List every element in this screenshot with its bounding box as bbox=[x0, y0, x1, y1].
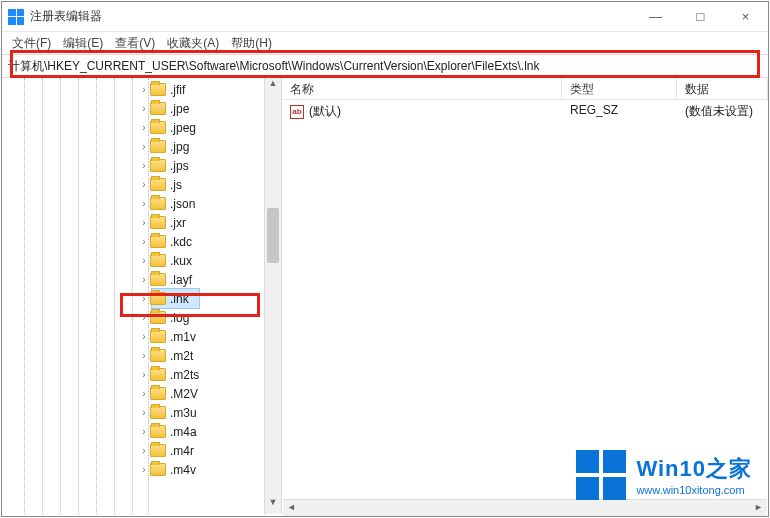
chevron-right-icon[interactable]: › bbox=[138, 293, 150, 304]
scroll-down-icon[interactable]: ▼ bbox=[265, 497, 281, 514]
titlebar: 注册表编辑器 — □ × bbox=[2, 2, 768, 32]
folder-icon bbox=[150, 178, 166, 191]
tree-item-label: .layf bbox=[170, 273, 192, 287]
chevron-right-icon[interactable]: › bbox=[138, 236, 150, 247]
folder-icon bbox=[150, 140, 166, 153]
tree-item-jpg[interactable]: ›.jpg bbox=[152, 137, 199, 156]
tree-item-label: .jpg bbox=[170, 140, 189, 154]
chevron-right-icon[interactable]: › bbox=[138, 350, 150, 361]
scroll-thumb[interactable] bbox=[267, 208, 279, 263]
tree-item-m2t[interactable]: ›.m2t bbox=[152, 346, 199, 365]
address-bar[interactable]: 计算机\HKEY_CURRENT_USER\Software\Microsoft… bbox=[2, 54, 768, 78]
folder-icon bbox=[150, 330, 166, 343]
value-row[interactable]: ab(默认)REG_SZ(数值未设置) bbox=[282, 100, 768, 123]
folder-icon bbox=[150, 425, 166, 438]
chevron-right-icon[interactable]: › bbox=[138, 84, 150, 95]
chevron-right-icon[interactable]: › bbox=[138, 160, 150, 171]
tree-item-m3u[interactable]: ›.m3u bbox=[152, 403, 199, 422]
tree-item-label: .m2t bbox=[170, 349, 193, 363]
minimize-button[interactable]: — bbox=[633, 2, 678, 31]
chevron-right-icon[interactable]: › bbox=[138, 312, 150, 323]
tree-item-jps[interactable]: ›.jps bbox=[152, 156, 199, 175]
list-h-scrollbar[interactable]: ◄ ► bbox=[283, 499, 767, 516]
tree-item-label: .json bbox=[170, 197, 195, 211]
folder-icon bbox=[150, 463, 166, 476]
windows-logo-icon bbox=[576, 450, 626, 500]
window-controls: — □ × bbox=[633, 2, 768, 31]
tree-item-label: .jps bbox=[170, 159, 189, 173]
tree-item-label: .kdc bbox=[170, 235, 192, 249]
list-rows: ab(默认)REG_SZ(数值未设置) bbox=[282, 100, 768, 123]
tree-item-jxr[interactable]: ›.jxr bbox=[152, 213, 199, 232]
chevron-right-icon[interactable]: › bbox=[138, 331, 150, 342]
window-title: 注册表编辑器 bbox=[30, 8, 633, 25]
tree-item-jfif[interactable]: ›.jfif bbox=[152, 80, 199, 99]
tree-item-lnk[interactable]: ›.lnk bbox=[152, 289, 199, 308]
tree-item-kdc[interactable]: ›.kdc bbox=[152, 232, 199, 251]
folder-icon bbox=[150, 349, 166, 362]
workspace: ›.jfif›.jpe›.jpeg›.jpg›.jps›.js›.json›.j… bbox=[2, 78, 768, 514]
chevron-right-icon[interactable]: › bbox=[138, 198, 150, 209]
chevron-right-icon[interactable]: › bbox=[138, 217, 150, 228]
chevron-right-icon[interactable]: › bbox=[138, 103, 150, 114]
chevron-right-icon[interactable]: › bbox=[138, 464, 150, 475]
menu-file[interactable]: 文件(F) bbox=[6, 35, 57, 52]
col-name[interactable]: 名称 bbox=[282, 78, 562, 99]
chevron-right-icon[interactable]: › bbox=[138, 122, 150, 133]
tree-item-layf[interactable]: ›.layf bbox=[152, 270, 199, 289]
value-name: (默认) bbox=[309, 103, 341, 120]
tree-item-kux[interactable]: ›.kux bbox=[152, 251, 199, 270]
menu-bar: 文件(F) 编辑(E) 查看(V) 收藏夹(A) 帮助(H) bbox=[2, 32, 768, 54]
registry-editor-icon bbox=[8, 9, 24, 25]
tree-list: ›.jfif›.jpe›.jpeg›.jpg›.jps›.js›.json›.j… bbox=[152, 80, 199, 479]
folder-icon bbox=[150, 216, 166, 229]
folder-icon bbox=[150, 197, 166, 210]
tree-item-m4a[interactable]: ›.m4a bbox=[152, 422, 199, 441]
tree-item-label: .m2ts bbox=[170, 368, 199, 382]
tree-item-M2V[interactable]: ›.M2V bbox=[152, 384, 199, 403]
tree-item-label: .jpeg bbox=[170, 121, 196, 135]
tree-item-label: .m4v bbox=[170, 463, 196, 477]
chevron-right-icon[interactable]: › bbox=[138, 255, 150, 266]
menu-edit[interactable]: 编辑(E) bbox=[57, 35, 109, 52]
folder-icon bbox=[150, 254, 166, 267]
tree-item-log[interactable]: ›.log bbox=[152, 308, 199, 327]
col-data[interactable]: 数据 bbox=[677, 78, 768, 99]
tree-item-m4r[interactable]: ›.m4r bbox=[152, 441, 199, 460]
tree-item-label: .m4a bbox=[170, 425, 197, 439]
watermark-title: Win10之家 bbox=[636, 454, 752, 484]
chevron-right-icon[interactable]: › bbox=[138, 445, 150, 456]
tree-item-label: .jfif bbox=[170, 83, 185, 97]
col-type[interactable]: 类型 bbox=[562, 78, 677, 99]
menu-view[interactable]: 查看(V) bbox=[109, 35, 161, 52]
tree-pane[interactable]: ›.jfif›.jpe›.jpeg›.jpg›.jps›.js›.json›.j… bbox=[2, 78, 282, 514]
tree-item-m4v[interactable]: ›.m4v bbox=[152, 460, 199, 479]
scroll-up-icon[interactable]: ▲ bbox=[265, 78, 281, 95]
tree-item-js[interactable]: ›.js bbox=[152, 175, 199, 194]
tree-item-jpe[interactable]: ›.jpe bbox=[152, 99, 199, 118]
chevron-right-icon[interactable]: › bbox=[138, 369, 150, 380]
column-headers: 名称 类型 数据 bbox=[282, 78, 768, 100]
tree-item-json[interactable]: ›.json bbox=[152, 194, 199, 213]
chevron-right-icon[interactable]: › bbox=[138, 388, 150, 399]
chevron-right-icon[interactable]: › bbox=[138, 141, 150, 152]
value-data: (数值未设置) bbox=[677, 103, 768, 120]
tree-scrollbar[interactable]: ▲ ▼ bbox=[264, 78, 281, 514]
maximize-button[interactable]: □ bbox=[678, 2, 723, 31]
tree-item-m1v[interactable]: ›.m1v bbox=[152, 327, 199, 346]
tree-item-m2ts[interactable]: ›.m2ts bbox=[152, 365, 199, 384]
folder-icon bbox=[150, 311, 166, 324]
chevron-right-icon[interactable]: › bbox=[138, 179, 150, 190]
chevron-right-icon[interactable]: › bbox=[138, 407, 150, 418]
menu-favorites[interactable]: 收藏夹(A) bbox=[161, 35, 225, 52]
menu-help[interactable]: 帮助(H) bbox=[225, 35, 278, 52]
folder-icon bbox=[150, 83, 166, 96]
value-type: REG_SZ bbox=[562, 103, 677, 120]
chevron-right-icon[interactable]: › bbox=[138, 274, 150, 285]
scroll-left-icon[interactable]: ◄ bbox=[283, 502, 300, 512]
close-button[interactable]: × bbox=[723, 2, 768, 31]
tree-item-jpeg[interactable]: ›.jpeg bbox=[152, 118, 199, 137]
scroll-right-icon[interactable]: ► bbox=[750, 502, 767, 512]
folder-icon bbox=[150, 387, 166, 400]
chevron-right-icon[interactable]: › bbox=[138, 426, 150, 437]
